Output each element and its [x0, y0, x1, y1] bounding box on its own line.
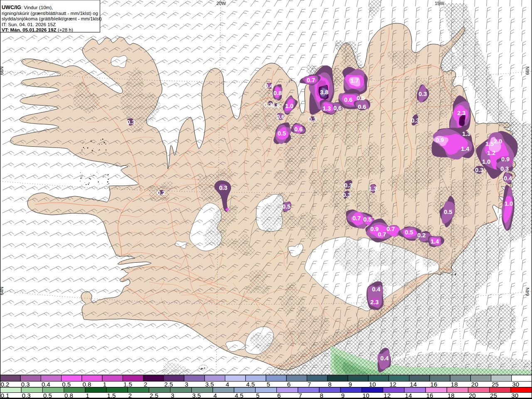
svg-text:0.3: 0.3 [21, 381, 30, 388]
svg-text:0.8: 0.8 [82, 381, 91, 388]
svg-text:1.5: 1.5 [485, 140, 494, 147]
svg-text:0.5: 0.5 [444, 209, 452, 215]
svg-text:0.5: 0.5 [62, 381, 71, 388]
svg-text:0.1: 0.1 [1, 392, 10, 399]
svg-text:0.4: 0.4 [372, 286, 380, 293]
svg-text:5: 5 [267, 381, 270, 388]
svg-text:0.3: 0.3 [344, 182, 352, 189]
svg-text:UWC/IG: Vindur (10m),: UWC/IG: Vindur (10m), [2, 5, 53, 10]
svg-text:2.5: 2.5 [164, 381, 173, 388]
svg-text:4: 4 [226, 381, 229, 388]
svg-text:8: 8 [328, 381, 331, 388]
svg-text:1.5: 1.5 [123, 381, 132, 388]
svg-text:IT: Sun. 04. 01. 2026 15Z: IT: Sun. 04. 01. 2026 15Z [2, 22, 56, 27]
svg-text:4.5: 4.5 [246, 381, 255, 388]
svg-text:1.0: 1.0 [505, 200, 513, 207]
svg-text:66N: 66N [0, 66, 4, 75]
svg-text:20W: 20W [217, 1, 226, 6]
svg-text:0.3: 0.3 [127, 119, 135, 126]
svg-text:VT: Mán. 05.01.2026 19Z (+28 h: VT: Mán. 05.01.2026 19Z (+28 h) [2, 27, 73, 32]
svg-text:0.6: 0.6 [333, 105, 342, 111]
svg-text:0.5: 0.5 [282, 203, 291, 210]
svg-text:2: 2 [128, 392, 132, 399]
svg-text:3.5: 3.5 [192, 392, 201, 399]
svg-text:1.0: 1.0 [285, 103, 293, 109]
svg-text:0.3: 0.3 [475, 167, 483, 173]
svg-text:0.2: 0.2 [417, 232, 426, 239]
svg-text:14: 14 [405, 392, 412, 399]
svg-text:slydda/snjókoma (grátt/bleikt/: slydda/snjókoma (grátt/bleikt/grænt - mm… [2, 16, 102, 21]
svg-text:4: 4 [214, 392, 217, 399]
svg-text:25: 25 [490, 392, 497, 399]
svg-text:3.5: 3.5 [205, 381, 214, 388]
svg-text:0.3: 0.3 [308, 116, 317, 123]
svg-text:0.8: 0.8 [273, 90, 282, 96]
svg-text:30: 30 [511, 392, 518, 399]
svg-text:66N: 66N [525, 66, 530, 75]
svg-text:0.2: 0.2 [157, 190, 165, 196]
svg-text:15W: 15W [435, 1, 444, 6]
svg-text:3: 3 [171, 392, 174, 399]
svg-text:2: 2 [144, 381, 147, 388]
svg-text:2.5: 2.5 [150, 392, 158, 399]
svg-text:0.3: 0.3 [411, 117, 419, 124]
svg-text:1: 1 [86, 392, 89, 399]
svg-text:0.3: 0.3 [342, 192, 351, 198]
svg-text:1.0: 1.0 [482, 158, 490, 165]
svg-text:8: 8 [320, 392, 323, 399]
svg-text:6: 6 [277, 392, 281, 399]
svg-text:rigning/skúrir (grænt/blátt/ra: rigning/skúrir (grænt/blátt/rautt - mm/1… [2, 10, 98, 16]
svg-text:0.7: 0.7 [387, 226, 395, 232]
svg-text:1.4: 1.4 [431, 238, 439, 245]
svg-text:0.6: 0.6 [276, 113, 285, 120]
svg-text:0.7: 0.7 [352, 215, 361, 222]
svg-text:0.9: 0.9 [501, 156, 510, 163]
svg-text:0.7: 0.7 [378, 231, 386, 238]
svg-text:25: 25 [492, 381, 499, 388]
svg-text:12: 12 [384, 392, 391, 399]
svg-text:20: 20 [471, 381, 478, 388]
svg-text:0.5: 0.5 [278, 130, 286, 137]
svg-text:0.6: 0.6 [294, 126, 303, 133]
svg-text:4.5: 4.5 [235, 392, 244, 399]
svg-text:2.3: 2.3 [370, 299, 379, 305]
svg-text:3.8: 3.8 [320, 89, 328, 96]
svg-text:0.5: 0.5 [43, 392, 52, 399]
svg-text:0.2: 0.2 [1, 381, 10, 388]
svg-text:30: 30 [512, 381, 519, 388]
svg-text:7: 7 [298, 392, 302, 399]
svg-text:0.4: 0.4 [380, 355, 389, 362]
svg-text:0.3: 0.3 [500, 165, 509, 172]
svg-text:0.9: 0.9 [436, 137, 444, 143]
svg-text:0.3: 0.3 [419, 91, 427, 97]
svg-text:0.3: 0.3 [219, 185, 227, 191]
svg-text:1: 1 [103, 381, 106, 388]
svg-text:1.4: 1.4 [461, 145, 469, 152]
svg-text:1.3: 1.3 [323, 105, 331, 112]
svg-text:0.5: 0.5 [357, 95, 365, 101]
svg-text:2.3: 2.3 [457, 110, 466, 116]
svg-text:12: 12 [389, 381, 397, 388]
svg-text:6: 6 [287, 381, 291, 388]
svg-text:0.4: 0.4 [504, 175, 512, 182]
svg-text:18: 18 [451, 381, 458, 388]
svg-text:16: 16 [426, 392, 433, 399]
svg-text:7: 7 [308, 381, 311, 388]
svg-text:0.4: 0.4 [265, 83, 273, 89]
svg-text:1.2: 1.2 [487, 150, 495, 156]
svg-text:0.6: 0.6 [344, 96, 352, 103]
svg-text:0.3: 0.3 [22, 392, 31, 399]
svg-text:1.7: 1.7 [350, 77, 359, 84]
svg-text:0.5: 0.5 [405, 229, 413, 236]
svg-text:64N: 64N [0, 287, 4, 295]
svg-text:64N: 64N [525, 288, 530, 296]
svg-text:5: 5 [256, 392, 259, 399]
svg-text:1.3: 1.3 [462, 131, 470, 137]
svg-text:0.6: 0.6 [358, 103, 366, 110]
svg-text:1.5: 1.5 [107, 392, 116, 399]
svg-text:9: 9 [341, 392, 345, 399]
svg-text:16: 16 [430, 381, 437, 388]
svg-text:0.4: 0.4 [42, 381, 50, 388]
svg-text:0.8: 0.8 [271, 102, 280, 109]
svg-text:10: 10 [362, 392, 369, 399]
